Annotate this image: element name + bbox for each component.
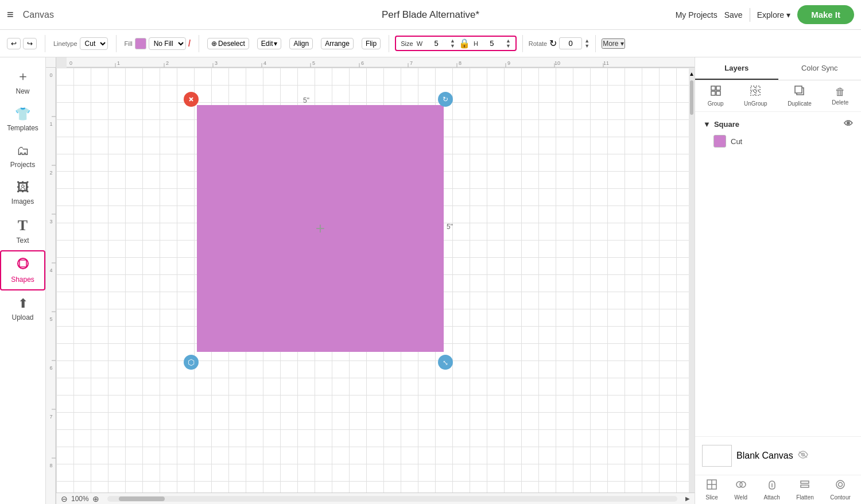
svg-text:3: 3 (49, 219, 52, 224)
weld-button[interactable]: Weld (734, 479, 747, 501)
deselect-icon: ⊕ (211, 40, 217, 48)
svg-rect-64 (795, 86, 802, 93)
width-down[interactable]: ▼ (450, 44, 455, 49)
project-title: Perf Blade Alternative* (382, 9, 479, 21)
redo-button[interactable]: ↪ (23, 38, 37, 49)
canvas-scroll-area[interactable]: 5" 5" + ↻ ⬡ ⤡ (56, 68, 695, 504)
header-divider (750, 8, 750, 22)
right-panel: Layers Color Sync Group UnGroup (695, 57, 861, 504)
sidebar-item-templates[interactable]: 👕 Templates (0, 101, 45, 138)
scroll-right-button[interactable]: ▶ (685, 495, 690, 502)
handle-scale-bl[interactable]: ⬡ (184, 355, 199, 370)
rotate-down[interactable]: ▼ (584, 44, 589, 49)
fill-group: Fill No Fill / (122, 37, 193, 50)
contour-button[interactable]: Contour (830, 479, 851, 501)
ruler-h-svg: 0 1 2 3 4 5 6 7 8 9 10 11 (67, 57, 695, 68)
deselect-group: ⊕ Deselect (205, 38, 251, 49)
lock-icon: 🔒 (459, 38, 470, 49)
width-spinner[interactable]: ▲ ▼ (450, 38, 455, 49)
linetype-select[interactable]: Cut (80, 37, 108, 50)
ruler-corner (46, 57, 56, 68)
blank-canvas-eye-icon[interactable] (798, 451, 808, 461)
save-button[interactable]: Save (724, 10, 743, 20)
svg-rect-74 (801, 485, 809, 487)
svg-text:0: 0 (69, 60, 72, 66)
handle-scale-br[interactable]: ⤡ (438, 355, 453, 370)
tab-layers[interactable]: Layers (695, 57, 778, 80)
edit-button[interactable]: Edit ▾ (257, 38, 282, 49)
rotate-spinner[interactable]: ▲ ▼ (584, 38, 589, 49)
zoom-in-button[interactable]: ⊕ (92, 494, 99, 503)
rotate-label: Rotate (529, 40, 547, 47)
header-right: My Projects Save Explore ▾ Make It (676, 5, 854, 24)
height-down[interactable]: ▼ (506, 44, 511, 49)
fill-label: Fill (125, 40, 133, 47)
upload-icon: ⬆ (18, 296, 28, 311)
scrollbar-thumb-v[interactable] (690, 80, 693, 115)
sidebar-item-images[interactable]: 🖼 Images (0, 175, 45, 211)
right-panel-actions: Group UnGroup Duplicate 🗑 Delete (695, 80, 861, 112)
scrollbar-thumb-h[interactable] (119, 497, 165, 501)
svg-rect-1 (20, 260, 26, 267)
svg-point-76 (838, 483, 842, 487)
scrollbar-vertical[interactable]: ▲ ▼ (689, 68, 695, 504)
ruler-horizontal: 0 1 2 3 4 5 6 7 8 9 10 11 (67, 57, 695, 68)
scrollbar-horizontal[interactable] (107, 496, 677, 502)
weld-icon (735, 479, 747, 493)
undo-button[interactable]: ↩ (7, 38, 21, 49)
ruler-v-svg: 0 1 2 3 4 5 6 7 8 (46, 68, 56, 504)
align-label: Align (293, 40, 309, 48)
width-input[interactable] (426, 39, 447, 48)
layer-header-square[interactable]: ▼ Square 👁 (700, 117, 856, 131)
layer-item-cut[interactable]: Cut (700, 131, 856, 151)
svg-rect-73 (801, 481, 809, 483)
sidebar-item-new[interactable]: ＋ New (0, 62, 45, 101)
layer-color-swatch (713, 135, 726, 148)
sidebar-label-text: Text (16, 237, 29, 245)
sidebar-item-projects[interactable]: 🗂 Projects (0, 138, 45, 175)
menu-icon[interactable]: ≡ (7, 8, 14, 21)
ungroup-label: UnGroup (744, 100, 767, 107)
sidebar-item-text[interactable]: T Text (0, 211, 45, 250)
arrange-group: Arrange (319, 38, 356, 49)
explore-button[interactable]: Explore ▾ (757, 10, 790, 20)
sidebar-item-upload[interactable]: ⬆ Upload (0, 290, 45, 327)
height-spinner[interactable]: ▲ ▼ (506, 38, 511, 49)
layer-eye-icon[interactable]: 👁 (844, 119, 853, 129)
zoom-out-button[interactable]: ⊖ (61, 494, 68, 503)
slice-button[interactable]: Slice (705, 479, 718, 501)
make-it-button[interactable]: Make It (797, 5, 854, 24)
my-projects-button[interactable]: My Projects (676, 10, 718, 20)
deselect-button[interactable]: ⊕ Deselect (207, 38, 249, 49)
svg-text:7: 7 (49, 414, 52, 420)
fill-select[interactable]: No Fill (149, 37, 186, 50)
flip-button[interactable]: Flip (362, 38, 381, 49)
width-measurement-label: 5" (303, 96, 309, 104)
rotate-input[interactable] (559, 37, 582, 49)
flatten-button[interactable]: Flatten (796, 479, 814, 501)
svg-rect-58 (716, 91, 720, 95)
align-button[interactable]: Align (289, 38, 313, 49)
weld-label: Weld (734, 494, 747, 501)
delete-button[interactable]: 🗑 Delete (832, 86, 848, 106)
ungroup-button[interactable]: UnGroup (744, 85, 767, 107)
svg-text:5: 5 (49, 316, 52, 322)
svg-rect-56 (716, 86, 720, 90)
sidebar-item-shapes[interactable]: Shapes (0, 250, 45, 290)
group-button[interactable]: Group (708, 85, 724, 107)
tab-color-sync[interactable]: Color Sync (778, 57, 862, 80)
arrange-button[interactable]: Arrange (321, 38, 354, 49)
height-input[interactable] (482, 39, 502, 48)
sidebar: ＋ New 👕 Templates 🗂 Projects 🖼 Images T … (0, 57, 46, 504)
rotate-icon[interactable]: ↻ (549, 38, 557, 49)
layers-content: ▼ Square 👁 Cut (695, 112, 861, 436)
scrollbar-up-button[interactable]: ▲ (689, 68, 695, 79)
attach-button[interactable]: Attach (763, 479, 779, 501)
handle-rotate[interactable]: ↻ (438, 92, 453, 107)
more-button[interactable]: More ▾ (602, 38, 625, 49)
deselect-label: Deselect (218, 40, 245, 48)
duplicate-button[interactable]: Duplicate (788, 85, 812, 107)
handle-delete[interactable] (184, 92, 199, 107)
ungroup-icon (750, 85, 761, 99)
fill-color-swatch[interactable] (135, 38, 146, 49)
